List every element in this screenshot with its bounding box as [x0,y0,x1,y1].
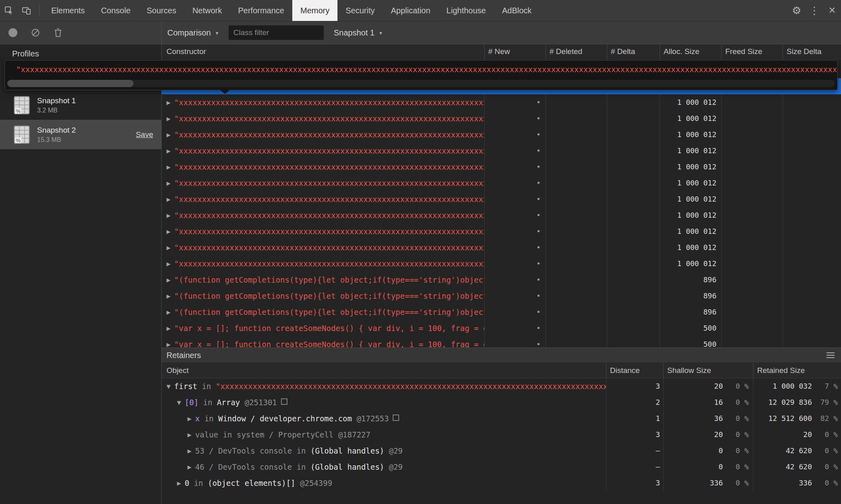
expander-icon[interactable]: ▶ [167,208,171,223]
col-header-freed-size[interactable]: Freed Size [721,44,783,59]
tab-application[interactable]: Application [383,0,438,21]
scrollbar-thumb[interactable] [7,80,133,87]
heap-grid-row[interactable]: ▶"xxxxxxxxxxxxxxxxxxxxxxxxxxxxxxxxxxxxxx… [161,240,841,256]
col-header-deleted[interactable]: # Deleted [545,44,607,59]
expander-icon[interactable]: ▶ [167,127,171,143]
expander-icon[interactable]: ▶ [167,288,171,304]
heap-grid-row[interactable]: ▶"xxxxxxxxxxxxxxxxxxxxxxxxxxxxxxxxxxxxxx… [161,110,841,127]
retainers-col-header-object[interactable]: Object [161,363,606,378]
retainer-row[interactable]: ▶x in Window / developer.chrome.com @172… [161,410,841,427]
heap-grid-row[interactable]: ▶"xxxxxxxxxxxxxxxxxxxxxxxxxxxxxxxxxxxxxx… [161,223,841,240]
tab-console[interactable]: Console [93,0,138,21]
expander-icon[interactable]: ▶ [167,143,171,159]
distance-cell: 2 [606,394,663,410]
expander-icon[interactable]: ▶ [187,427,192,443]
expander-icon[interactable]: ▶ [187,443,192,459]
heap-toolbar: Comparison ▼ Snapshot 1 ▼ [161,21,841,44]
inspect-button[interactable] [0,0,18,21]
col-header-size-delta[interactable]: Size Delta [783,44,841,59]
heap-grid-row[interactable]: ▶"xxxxxxxxxxxxxxxxxxxxxxxxxxxxxxxxxxxxxx… [161,256,841,272]
retainer-row[interactable]: ▼[0] in Array @2513012160 %12 029 83679 … [161,394,841,410]
obj-text: Window / developer.chrome.com [218,414,352,423]
heap-grid-row[interactable]: ▶"(function getCompletions(type){let obj… [161,272,841,288]
distance-cell: – [606,459,663,475]
heap-grid-row[interactable]: ▶"(function getCompletions(type){let obj… [161,304,841,320]
col-header-new[interactable]: # New [484,44,545,59]
settings-button[interactable]: ⚙ [788,0,806,21]
col-header-alloc-size[interactable]: Alloc. Size [660,44,721,59]
new-count-cell: • [484,143,545,159]
more-options-button[interactable]: ⋮ [806,0,823,21]
menu-icon[interactable] [826,352,835,358]
col-header-delta[interactable]: # Delta [607,44,660,59]
name-text: first [174,382,197,391]
record-heap-button[interactable] [4,21,22,44]
heap-grid-row[interactable]: ▶"xxxxxxxxxxxxxxxxxxxxxxxxxxxxxxxxxxxxxx… [161,191,841,207]
expander-icon[interactable]: ▶ [187,411,192,427]
expander-icon[interactable]: ▶ [167,192,171,207]
expander-icon[interactable]: ▶ [167,95,171,110]
profile-item-snapshot-2[interactable]: % Snapshot 215.3 MBSave [0,120,161,149]
expander-icon[interactable]: ▶ [167,175,171,191]
shallow-size-cell: 160 % [663,394,753,410]
expander-icon[interactable]: ▶ [167,337,171,348]
reveal-icon[interactable] [281,398,287,405]
tooltip-scrollbar[interactable] [7,80,835,87]
retainers-col-header-distance[interactable]: Distance [606,363,663,378]
class-filter-input[interactable] [229,25,324,40]
retainer-row[interactable]: ▶0 in (object elements)[] @25439933360 %… [161,475,841,491]
retainer-row[interactable]: ▶value in system / PropertyCell @1872273… [161,427,841,443]
retainer-object-cell: ▶46 / DevTools console in (Global handle… [161,459,606,475]
heap-grid-row[interactable]: ▶"var x = []; function createSomeNodes()… [161,320,841,336]
retainer-row[interactable]: ▶53 / DevTools console in (Global handle… [161,443,841,459]
expander-icon[interactable]: ▶ [167,321,171,336]
tab-sources[interactable]: Sources [139,0,184,21]
device-toolbar-button[interactable] [18,0,35,21]
profile-item-snapshot-1[interactable]: % Snapshot 13.2 MB [0,90,161,120]
tab-network[interactable]: Network [184,0,230,21]
close-devtools-button[interactable]: ✕ [823,0,841,21]
expander-icon[interactable]: ▶ [167,256,171,272]
retainers-col-header-shallow-size[interactable]: Shallow Size [663,363,753,378]
tab-security[interactable]: Security [337,0,383,21]
expander-icon[interactable]: ▶ [187,459,192,475]
retainer-row[interactable]: ▼first in "xxxxxxxxxxxxxxxxxxxxxxxxxxxxx… [161,378,841,394]
obj-text: Array [217,398,240,407]
retainers-col-header-retained-size[interactable]: Retained Size [753,363,841,378]
heap-grid-row[interactable]: ▶"(function getCompletions(type){let obj… [161,288,841,304]
alloc-size-cell: 1 000 012 [660,110,721,127]
expander-icon[interactable]: ▶ [167,224,171,240]
tab-performance[interactable]: Performance [230,0,293,21]
retainer-row[interactable]: ▶46 / DevTools console in (Global handle… [161,459,841,475]
expander-icon[interactable]: ▼ [177,395,181,410]
base-snapshot-select[interactable]: Snapshot 1 ▼ [331,21,386,44]
expander-icon[interactable]: ▶ [177,475,181,491]
expander-icon[interactable]: ▶ [167,159,171,175]
expander-icon[interactable]: ▼ [167,379,171,394]
heap-grid-row[interactable]: ▶"xxxxxxxxxxxxxxxxxxxxxxxxxxxxxxxxxxxxxx… [161,94,841,110]
expander-icon[interactable]: ▶ [167,111,171,127]
heap-grid-row[interactable]: ▶"xxxxxxxxxxxxxxxxxxxxxxxxxxxxxxxxxxxxxx… [161,143,841,159]
clear-profiles-button[interactable] [27,21,44,44]
tab-memory[interactable]: Memory [292,0,337,21]
heap-grid-row[interactable]: ▶"xxxxxxxxxxxxxxxxxxxxxxxxxxxxxxxxxxxxxx… [161,207,841,223]
heap-grid-row[interactable]: ▶"var x = []; function createSomeNodes()… [161,336,841,348]
heap-grid-row[interactable]: ▶"xxxxxxxxxxxxxxxxxxxxxxxxxxxxxxxxxxxxxx… [161,175,841,191]
expander-icon[interactable]: ▶ [167,272,171,288]
save-link[interactable]: Save [136,130,153,139]
profiles-toolbar [0,21,161,44]
tab-adblock[interactable]: AdBlock [494,0,539,21]
col-header-constructor[interactable]: Constructor [161,44,484,59]
expander-icon[interactable]: ▶ [167,304,171,320]
reveal-icon[interactable] [393,414,399,421]
tab-elements[interactable]: Elements [43,0,93,21]
heap-grid-row[interactable]: ▶"xxxxxxxxxxxxxxxxxxxxxxxxxxxxxxxxxxxxxx… [161,159,841,175]
perspective-select[interactable]: Comparison ▼ [164,21,222,44]
expander-icon[interactable]: ▶ [167,240,171,256]
delete-profile-button[interactable] [49,21,67,44]
constructor-text: "xxxxxxxxxxxxxxxxxxxxxxxxxxxxxxxxxxxxxxx… [174,98,484,107]
kebab-menu-icon: ⋮ [809,5,820,16]
heap-grid-row[interactable]: ▶"xxxxxxxxxxxxxxxxxxxxxxxxxxxxxxxxxxxxxx… [161,127,841,143]
retainers-header: ObjectDistanceShallow SizeRetained Size [161,363,841,378]
tab-lighthouse[interactable]: Lighthouse [438,0,494,21]
